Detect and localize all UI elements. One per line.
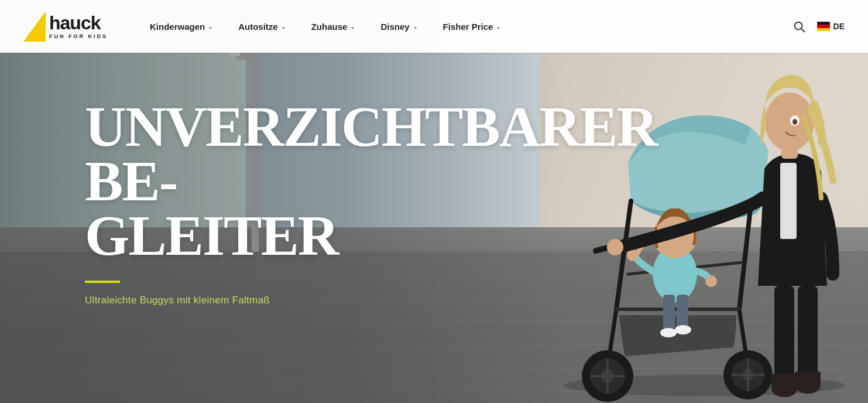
hero-content: UNVERZICHTBARER BE- GLEITER Ultraleichte… xyxy=(85,100,471,306)
nav-label-fisher-price: Fisher Price xyxy=(443,22,493,32)
svg-rect-29 xyxy=(774,286,794,385)
svg-rect-22 xyxy=(663,295,675,330)
nav-label-kinderwagen: Kinderwagen xyxy=(150,22,205,32)
nav-item-zuhause[interactable]: Zuhause ⌄ xyxy=(299,0,368,53)
svg-rect-33 xyxy=(771,374,797,389)
hero-title-line2: GLEITER xyxy=(85,204,338,267)
logo-text-group: hauck FUN FOR KIDS xyxy=(49,13,108,39)
german-flag-icon xyxy=(817,22,830,31)
chevron-down-icon: ⌄ xyxy=(350,23,355,30)
navbar: hauck FUN FOR KIDS Kinderwagen ⌄ Autosit… xyxy=(0,0,868,53)
svg-line-5 xyxy=(739,204,751,309)
logo-tagline: FUN FOR KIDS xyxy=(49,33,108,39)
svg-rect-34 xyxy=(795,371,821,385)
svg-line-1 xyxy=(801,29,804,32)
nav-label-disney: Disney xyxy=(380,22,409,32)
svg-point-25 xyxy=(675,325,691,334)
nav-links: Kinderwagen ⌄ Autositze ⌄ Zuhause ⌄ Disn… xyxy=(137,0,792,53)
svg-point-40 xyxy=(792,119,797,125)
logo-triangle-icon xyxy=(23,11,46,42)
svg-rect-30 xyxy=(798,286,818,380)
nav-label-autositze: Autositze xyxy=(238,22,278,32)
chevron-down-icon: ⌄ xyxy=(281,23,286,30)
nav-actions: DE xyxy=(792,20,845,33)
chevron-down-icon: ⌄ xyxy=(413,23,417,30)
svg-point-27 xyxy=(705,275,717,287)
logo-link[interactable]: hauck FUN FOR KIDS xyxy=(23,11,108,42)
nav-item-disney[interactable]: Disney ⌄ xyxy=(368,0,430,53)
flag-stripe-gold xyxy=(817,28,830,31)
chevron-down-icon: ⌄ xyxy=(496,23,500,30)
chevron-down-icon: ⌄ xyxy=(208,23,212,30)
hero-subtitle: Ultraleichte Buggys mit kleinem Faltmaß xyxy=(85,295,471,306)
svg-point-24 xyxy=(660,328,677,337)
nav-label-zuhause: Zuhause xyxy=(311,22,348,32)
language-selector[interactable]: DE xyxy=(817,22,845,31)
search-button[interactable] xyxy=(792,20,805,33)
svg-point-36 xyxy=(607,239,623,255)
nav-item-kinderwagen[interactable]: Kinderwagen ⌄ xyxy=(137,0,225,53)
svg-rect-35 xyxy=(780,163,797,239)
language-label: DE xyxy=(833,22,845,31)
nav-item-fisher-price[interactable]: Fisher Price ⌄ xyxy=(430,0,514,53)
hero-divider xyxy=(85,281,120,283)
search-icon xyxy=(792,20,805,33)
hero-title: UNVERZICHTBARER BE- GLEITER xyxy=(85,100,471,263)
nav-item-autositze[interactable]: Autositze ⌄ xyxy=(225,0,299,53)
hero-section: hauck FUN FOR KIDS Kinderwagen ⌄ Autosit… xyxy=(0,0,868,403)
logo-brand-name: hauck xyxy=(49,13,108,32)
svg-rect-23 xyxy=(677,295,688,330)
